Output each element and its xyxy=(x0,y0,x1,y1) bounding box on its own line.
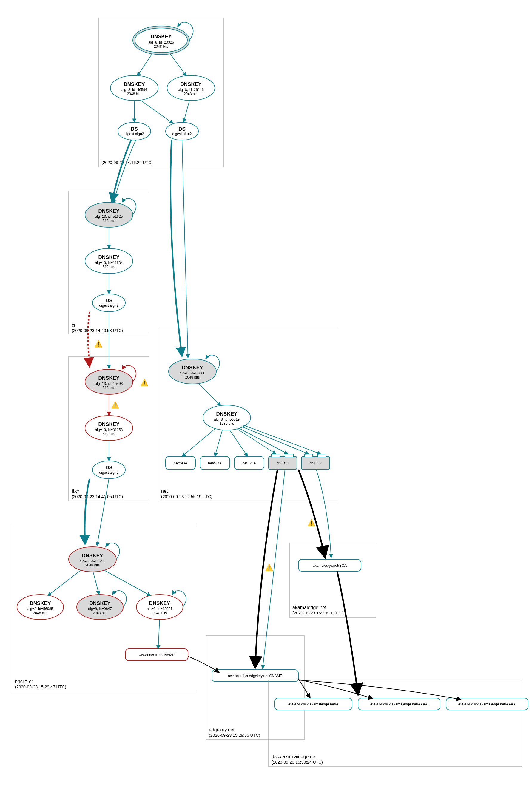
svg-text:net/SOA: net/SOA xyxy=(208,461,222,465)
svg-rect-60 xyxy=(271,454,280,457)
svg-text:alg=8, id=9847: alg=8, id=9847 xyxy=(88,607,112,611)
node-cr-ksk: DNSKEY alg=13, id=51625 512 bits xyxy=(85,202,133,227)
svg-text:DS: DS xyxy=(131,126,138,132)
svg-text:DNSKEY: DNSKEY xyxy=(98,208,120,214)
edge xyxy=(182,140,188,358)
node-dscx-a: e38474.dscx.akamaiedge.net/A xyxy=(274,698,352,710)
zone-akedge-label: akamaiedge.net xyxy=(292,605,326,610)
edge xyxy=(93,572,99,595)
zone-edgek-time: (2020-09-23 15:29:55 UTC) xyxy=(209,733,260,738)
svg-text:alg=8, id=26116: alg=8, id=26116 xyxy=(178,88,204,92)
node-netsoa1: net/SOA xyxy=(166,456,195,469)
svg-text:DNSKEY: DNSKEY xyxy=(124,81,145,87)
warn-icon: ⚠️ xyxy=(265,563,273,572)
edge-insecure xyxy=(337,571,358,695)
zone-cr: cr (2020-09-23 14:40:58 UTC) DNSKEY alg=… xyxy=(69,140,149,334)
zone-bncr-time: (2020-09-23 15:29:47 UTC) xyxy=(15,685,66,689)
svg-text:e38474.dscx.akamaiedge.net/A: e38474.dscx.akamaiedge.net/A xyxy=(288,702,338,706)
svg-text:DS: DS xyxy=(105,465,113,471)
svg-text:DNSKEY: DNSKEY xyxy=(216,411,238,417)
svg-text:net/SOA: net/SOA xyxy=(174,461,187,465)
dnssec-graph: . (2020-09-23 14:16:29 UTC) DNSKEY alg=8… xyxy=(0,0,532,806)
zone-dscx-time: (2020-09-23 15:30:24 UTC) xyxy=(271,760,323,765)
node-netsoa3: net/SOA xyxy=(234,456,264,469)
svg-rect-65 xyxy=(318,454,326,457)
edge xyxy=(198,383,221,406)
svg-text:DNSKEY: DNSKEY xyxy=(30,600,51,606)
svg-text:alg=8, id=13921: alg=8, id=13921 xyxy=(147,607,172,611)
node-dscx-aaaa2: e38474.dscx.akamaiedge.net/AAAA xyxy=(446,698,528,710)
error-icon: ⚠️ xyxy=(94,340,103,348)
node-akedge-soa: akamaiedge.net/SOA xyxy=(298,559,361,571)
svg-text:DNSKEY: DNSKEY xyxy=(180,81,202,87)
edge-insecure xyxy=(298,469,325,558)
svg-text:e38474.dscx.akamaiedge.net/AAA: e38474.dscx.akamaiedge.net/AAAA xyxy=(370,702,428,706)
svg-text:akamaiedge.net/SOA: akamaiedge.net/SOA xyxy=(313,563,347,568)
svg-text:oce.bncr.fi.cr.edgekey.net/CNA: oce.bncr.fi.cr.edgekey.net/CNAME xyxy=(228,674,282,678)
svg-text:DNSKEY: DNSKEY xyxy=(98,422,120,427)
edge xyxy=(243,425,321,454)
svg-text:512 bits: 512 bits xyxy=(103,432,115,436)
svg-text:2048 bits: 2048 bits xyxy=(152,611,167,615)
svg-text:1280 bits: 1280 bits xyxy=(220,422,234,426)
node-cr-11634: DNSKEY alg=13, id=11634 512 bits xyxy=(85,248,133,273)
error-icon: ⚠️ xyxy=(111,401,119,409)
edge xyxy=(137,54,152,76)
svg-text:DNSKEY: DNSKEY xyxy=(151,34,172,39)
svg-text:512 bits: 512 bits xyxy=(103,386,115,390)
svg-text:alg=8, id=56519: alg=8, id=56519 xyxy=(214,417,240,422)
svg-text:e38474.dscx.akamaiedge.net/AAA: e38474.dscx.akamaiedge.net/AAAA xyxy=(458,702,516,706)
svg-rect-89 xyxy=(206,635,304,740)
node-nsec2: NSEC3 xyxy=(301,454,330,469)
svg-text:DNSKEY: DNSKEY xyxy=(90,600,111,606)
svg-text:NSEC3: NSEC3 xyxy=(277,461,288,465)
svg-text:alg=13, id=15493: alg=13, id=15493 xyxy=(95,382,123,386)
zone-ficr-time: (2020-09-23 14:41:05 UTC) xyxy=(72,494,123,499)
svg-text:DNSKEY: DNSKEY xyxy=(98,375,120,381)
node-ficr-ds: DS digest alg=2 xyxy=(93,461,125,479)
svg-text:2048 bits: 2048 bits xyxy=(184,92,198,96)
zone-root-label: . xyxy=(101,154,103,159)
svg-text:2048 bits: 2048 bits xyxy=(33,611,48,615)
zone-ficr-label: fi.cr xyxy=(72,488,79,494)
node-bncr-13921: DNSKEY alg=8, id=13921 2048 bits xyxy=(136,595,183,619)
edge-alias xyxy=(298,679,373,698)
svg-text:DNSKEY: DNSKEY xyxy=(98,254,120,260)
svg-rect-61 xyxy=(285,454,293,457)
edge xyxy=(215,430,222,456)
svg-text:DNSKEY: DNSKEY xyxy=(149,600,171,606)
svg-text:DS: DS xyxy=(105,298,113,303)
edge xyxy=(113,140,136,203)
node-bncr-9847: DNSKEY alg=8, id=9847 2048 bits xyxy=(77,595,123,619)
edge-alias xyxy=(298,680,461,699)
warn-icon: ⚠️ xyxy=(307,519,316,527)
node-nsec1: NSEC3 xyxy=(268,454,297,469)
svg-rect-92 xyxy=(268,680,522,767)
node-cr-ds: DS digest alg=2 xyxy=(93,294,125,312)
svg-text:2048 bits: 2048 bits xyxy=(93,611,108,615)
node-bncr-ksk: DNSKEY alg=8, id=30790 2048 bits xyxy=(69,547,116,572)
svg-text:alg=13, id=51625: alg=13, id=51625 xyxy=(95,214,123,219)
edge-deleg-root-cr xyxy=(112,140,131,202)
svg-rect-64 xyxy=(304,454,313,457)
node-bncr-56985: DNSKEY alg=8, id=56985 2048 bits xyxy=(17,595,63,619)
node-root-ds2: DS digest alg=2 xyxy=(166,122,198,140)
svg-text:alg=8, id=20326: alg=8, id=20326 xyxy=(148,40,174,44)
node-net-56519: DNSKEY alg=8, id=56519 1280 bits xyxy=(203,405,251,430)
svg-text:DNSKEY: DNSKEY xyxy=(82,553,103,558)
node-dscx-aaaa1: e38474.dscx.akamaiedge.net/AAAA xyxy=(358,698,440,710)
edge-deleg-root-net xyxy=(171,140,182,357)
svg-text:digest alg=2: digest alg=2 xyxy=(99,303,118,308)
svg-text:net/SOA: net/SOA xyxy=(242,461,256,465)
zone-net-label: net xyxy=(161,488,168,494)
svg-text:digest alg=2: digest alg=2 xyxy=(125,132,144,136)
svg-text:alg=8, id=56985: alg=8, id=56985 xyxy=(27,607,53,611)
edge xyxy=(316,469,331,558)
edge xyxy=(158,619,159,649)
node-ficr-31253: DNSKEY alg=13, id=31253 512 bits xyxy=(85,416,133,441)
error-icon: ⚠️ xyxy=(140,379,149,387)
node-root-ksk: DNSKEY alg=8, id=20326 2048 bits xyxy=(133,26,189,55)
svg-text:512 bits: 512 bits xyxy=(103,265,115,269)
edge xyxy=(97,479,109,546)
zone-bncr-label: bncr.fi.cr xyxy=(15,679,33,684)
